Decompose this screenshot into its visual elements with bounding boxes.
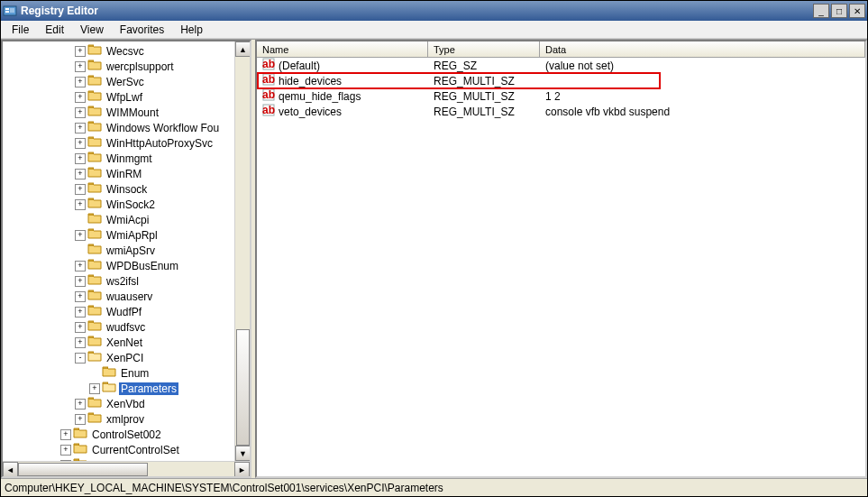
tree-item-label[interactable]: wmiApSrv [105,244,157,257]
scroll-right-button[interactable]: ► [234,462,250,477]
collapse-icon[interactable]: - [75,353,86,364]
tree-item-label[interactable]: WerSvc [105,76,146,88]
menu-edit[interactable]: Edit [38,22,71,38]
expand-icon[interactable]: + [75,169,86,179]
tree-item-label[interactable]: Wecsvc [105,45,146,58]
tree-item-label[interactable]: wuauserv [105,290,154,303]
tree-item-label[interactable]: Winsock [105,183,149,196]
tree-item[interactable]: +XenVbd [3,396,250,411]
tree-item[interactable]: +wercplsupport [3,59,250,74]
expand-icon[interactable]: + [75,414,86,425]
minimize-button[interactable]: _ [813,4,829,18]
list-row[interactable]: ab(Default)REG_SZ(value not set) [257,58,865,73]
menu-favorites[interactable]: Favorites [113,22,171,38]
column-header-name[interactable]: Name [257,41,428,57]
tree-item[interactable]: +WPDBusEnum [3,258,250,273]
tree-item-label[interactable]: WfpLwf [105,91,144,104]
expand-icon[interactable]: + [75,46,86,57]
expand-icon[interactable]: + [89,383,100,394]
list-row[interactable]: abqemu_hide_flagsREG_MULTI_SZ1 2 [257,88,865,104]
expand-icon[interactable]: + [75,153,86,164]
tree-item-label[interactable]: WinSock2 [105,198,157,211]
tree-item-label[interactable]: ws2ifsl [105,275,141,288]
expand-icon[interactable]: + [75,184,86,195]
tree-item[interactable]: +Winsock [3,181,250,197]
tree-item[interactable]: +WmiApRpl [3,227,250,243]
expand-icon[interactable]: + [75,291,86,302]
tree-item-label[interactable]: wudfsvc [105,321,147,334]
tree-item[interactable]: +WIMMount [3,105,250,120]
tree-item[interactable]: -XenPCI [3,350,250,365]
scroll-left-button[interactable]: ◄ [3,462,18,477]
tree-item-label[interactable]: WPDBusEnum [105,260,180,272]
tree-item[interactable]: wmiApSrv [3,243,250,258]
scroll-up-button[interactable]: ▲ [235,41,251,57]
expand-icon[interactable]: + [75,92,86,103]
tree-item-label[interactable]: Enum [119,367,151,380]
tree-item[interactable]: Enum [3,365,250,381]
tree-item-label[interactable]: CurrentControlSet [90,444,181,456]
menu-view[interactable]: View [73,22,111,38]
tree-item-label[interactable]: xmlprov [105,413,146,426]
tree-item[interactable]: +Wecsvc [3,43,250,59]
cell-name[interactable]: abveto_devices [257,104,428,119]
expand-icon[interactable]: + [75,123,86,133]
tree-list[interactable]: +Wecsvc+wercplsupport+WerSvc+WfpLwf+WIMM… [3,41,250,461]
tree-item[interactable]: +WudfPf [3,304,250,319]
column-header-type[interactable]: Type [428,41,540,57]
tree-horizontal-scrollbar[interactable]: ◄ ► [3,461,250,476]
expand-icon[interactable]: + [75,107,86,118]
tree-item[interactable]: +ws2ifsl [3,273,250,289]
cell-name[interactable]: abhide_devices [257,73,428,88]
list-row[interactable]: abhide_devicesREG_MULTI_SZ [257,73,865,88]
expand-icon[interactable]: + [75,199,86,210]
tree-item-label[interactable]: Windows Workflow Fou [105,122,221,134]
tree-item[interactable]: +CurrentControlSet [3,442,250,457]
scroll-v-track[interactable] [235,57,250,446]
list-row[interactable]: abveto_devicesREG_MULTI_SZconsole vfb vk… [257,104,865,119]
expand-icon[interactable]: + [75,261,86,272]
tree-item[interactable]: +xmlprov [3,411,250,427]
expand-icon[interactable]: + [60,445,71,456]
expand-icon[interactable]: + [75,322,86,333]
tree-item-label[interactable]: XenNet [105,336,144,349]
tree-item[interactable]: +WerSvc [3,74,250,89]
close-button[interactable]: ✕ [849,4,865,18]
expand-icon[interactable]: + [75,276,86,287]
cell-name[interactable]: abqemu_hide_flags [257,88,428,104]
expand-icon[interactable]: + [75,337,86,348]
tree-item-label[interactable]: Winmgmt [105,152,154,165]
tree-item-label[interactable]: WudfPf [105,306,143,318]
tree-item[interactable]: +WinSock2 [3,197,250,212]
expand-icon[interactable]: + [75,77,86,87]
expand-icon[interactable]: + [60,429,71,440]
tree-vertical-scrollbar[interactable]: ▲ ▼ [234,41,250,461]
menu-help[interactable]: Help [173,22,210,38]
tree-item[interactable]: +XenNet [3,335,250,350]
expand-icon[interactable]: + [75,138,86,149]
titlebar[interactable]: Registry Editor _ □ ✕ [1,1,867,21]
expand-icon[interactable]: + [75,399,86,410]
menu-file[interactable]: File [5,22,36,38]
tree-item[interactable]: WmiAcpi [3,212,250,227]
tree-item[interactable]: +wudfsvc [3,319,250,335]
tree-item[interactable]: +Winmgmt [3,151,250,166]
tree-item-label[interactable]: WinRM [105,168,143,180]
scroll-h-track[interactable] [18,462,234,476]
maximize-button[interactable]: □ [831,4,847,18]
tree-item[interactable]: +ControlSet002 [3,427,250,442]
list-pane[interactable]: Name Type Data ab(Default)REG_SZ(value n… [255,40,867,478]
tree-item[interactable]: +wuauserv [3,289,250,304]
tree-item[interactable]: +Parameters [3,381,250,396]
column-header-data[interactable]: Data [540,41,865,57]
scroll-down-button[interactable]: ▼ [235,446,251,461]
scroll-h-thumb[interactable] [18,463,148,476]
tree-pane[interactable]: +Wecsvc+wercplsupport+WerSvc+WfpLwf+WIMM… [1,40,251,478]
tree-item[interactable]: +WfpLwf [3,89,250,105]
tree-item[interactable]: +WinRM [3,166,250,181]
tree-item-label[interactable]: ControlSet002 [90,428,163,441]
tree-item-label[interactable]: wercplsupport [105,60,176,73]
tree-item-label[interactable]: Parameters [119,382,178,395]
tree-item-label[interactable]: XenVbd [105,398,147,410]
tree-item-label[interactable]: WIMMount [105,106,160,119]
